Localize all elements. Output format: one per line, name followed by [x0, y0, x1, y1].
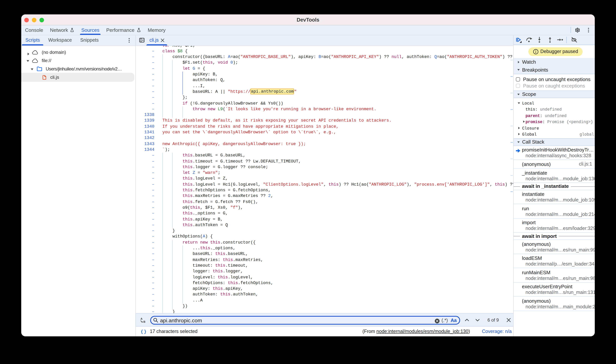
svg-text:B: B: [143, 320, 145, 323]
svg-text:A: A: [140, 317, 143, 320]
